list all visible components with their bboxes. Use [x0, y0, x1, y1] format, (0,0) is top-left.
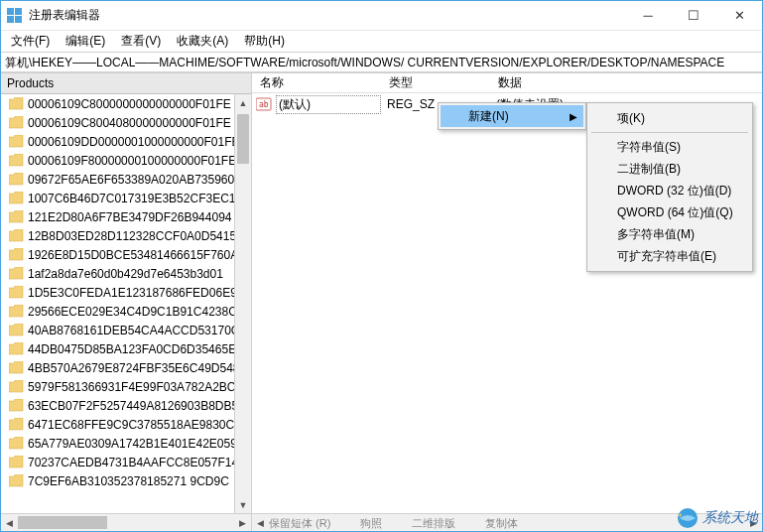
tree-item[interactable]: 70237CAEDB4731B4AAFCC8E057F14 — [1, 453, 251, 471]
tree-item[interactable]: 7C9EF6AB310352378185271 9CD9C — [1, 471, 251, 490]
menubar: 文件(F) 编辑(E) 查看(V) 收藏夹(A) 帮助(H) — [1, 31, 762, 53]
folder-icon — [9, 97, 24, 110]
titlebar: 注册表编辑器 ─ ☐ ✕ — [1, 1, 762, 31]
scroll-right-icon[interactable]: ▶ — [745, 514, 762, 531]
tree-item-label: 00006109F80000000100000000F01FE — [28, 154, 236, 168]
app-icon — [7, 8, 23, 24]
menu-separator — [591, 132, 748, 133]
tree-item-label: 5979F581366931F4E99F03A782A2BC — [28, 380, 236, 394]
scroll-up-icon[interactable]: ▲ — [235, 94, 251, 111]
folder-icon — [9, 229, 24, 242]
tree-item[interactable]: 44DB0475D85BA123FA0CD6D35465E — [1, 339, 251, 358]
folder-icon — [9, 474, 24, 487]
tree-item-label: 1926E8D15D0BCE53481466615F760A — [28, 248, 238, 262]
string-value-icon: ab — [256, 97, 272, 111]
menu-file[interactable]: 文件(F) — [5, 31, 56, 52]
tree-item[interactable]: 40AB8768161DEB54CA4ACCD53170C — [1, 321, 251, 339]
menu-edit[interactable]: 编辑(E) — [60, 31, 111, 52]
tree-item[interactable]: 09672F65AE6F653389A020AB735960 — [1, 170, 251, 189]
submenu-multistring[interactable]: 多字符串值(M) — [589, 223, 750, 245]
tree-item-label: 44DB0475D85BA123FA0CD6D35465E — [28, 342, 236, 356]
folder-icon — [9, 173, 24, 186]
tree-item[interactable]: 6471EC68FFE9C9C3785518AE9830CA — [1, 415, 251, 434]
context-submenu-new: 项(K) 字符串值(S) 二进制值(B) DWORD (32 位)值(D) QW… — [586, 102, 753, 272]
vertical-scrollbar[interactable]: ▲ ▼ — [234, 94, 251, 513]
column-data[interactable]: 数据 — [490, 74, 762, 91]
tree-item[interactable]: 1af2a8da7e60d0b429d7e6453b3d01 — [1, 264, 251, 283]
submenu-binary[interactable]: 二进制值(B) — [589, 158, 750, 180]
sidebar-header[interactable]: Products — [1, 73, 251, 94]
sidebar-hscroll[interactable]: ◀ ▶ — [1, 514, 252, 531]
tree-item-label: 1007C6B46D7C017319E3B52CF3EC1 — [28, 192, 235, 205]
context-menu-new[interactable]: 新建(N) ▶ — [441, 105, 583, 127]
window-title: 注册表编辑器 — [29, 7, 625, 24]
tree-item[interactable]: 00006109F80000000100000000F01FE — [1, 151, 251, 170]
tree-view: 00006109C8000000000000000F01FE00006109C8… — [1, 94, 251, 513]
column-name[interactable]: 名称 — [252, 74, 381, 91]
tree-item[interactable]: 00006109C8004080000000000F01FE — [1, 113, 251, 132]
tree-item[interactable]: 00006109DD0000001000000000F01FE — [1, 132, 251, 151]
menu-help[interactable]: 帮助(H) — [238, 31, 291, 52]
submenu-dword[interactable]: DWORD (32 位)值(D) — [589, 180, 750, 201]
folder-icon — [9, 135, 24, 148]
scroll-left-icon[interactable]: ◀ — [1, 514, 18, 531]
scroll-right-icon[interactable]: ▶ — [234, 514, 251, 531]
submenu-expandstring[interactable]: 可扩充字符串值(E) — [589, 245, 750, 267]
tree-item[interactable]: 63ECB07F2F5257449A8126903B8DB5 — [1, 396, 251, 415]
scroll-thumb[interactable] — [237, 114, 249, 164]
svg-rect-2 — [7, 16, 14, 23]
svg-text:ab: ab — [259, 100, 269, 109]
minimize-button[interactable]: ─ — [625, 1, 671, 31]
column-type[interactable]: 类型 — [381, 74, 490, 91]
menu-view[interactable]: 查看(V) — [115, 31, 167, 52]
tree-item[interactable]: 1D5E3C0FEDA1E123187686FED06E9 — [1, 283, 251, 302]
folder-icon — [9, 305, 24, 318]
folder-icon — [9, 154, 24, 167]
address-bar[interactable]: 算机\HEKEY——LOCAL——MACHIME/SOFTWARE/micros… — [1, 53, 762, 72]
tree-item[interactable]: 1926E8D15D0BCE53481466615F760A — [1, 245, 251, 264]
svg-rect-0 — [7, 8, 14, 15]
tree-item[interactable]: 5979F581366931F4E99F03A782A2BC — [1, 377, 251, 396]
status-fragment-2: 二维排版 — [412, 516, 455, 531]
tree-item-label: 00006109C8004080000000000F01FE — [28, 116, 231, 130]
folder-icon — [9, 456, 24, 468]
folder-icon — [9, 437, 24, 450]
menu-favorites[interactable]: 收藏夹(A) — [171, 31, 234, 52]
tree-item-label: 1D5E3C0FEDA1E123187686FED06E9 — [28, 286, 237, 300]
tree-item-label: 121E2D80A6F7BE3479DF26B944094 — [28, 210, 232, 224]
tree-item[interactable]: 29566ECE029E34C4D9C1B91C4238C — [1, 302, 251, 321]
tree-item[interactable]: 4BB570A2679E8724FBF35E6C49D548 — [1, 358, 251, 377]
maximize-button[interactable]: ☐ — [671, 1, 716, 31]
folder-icon — [9, 361, 24, 374]
folder-icon — [9, 286, 24, 299]
value-name[interactable]: (默认) — [276, 95, 381, 114]
sidebar: Products 00006109C8000000000000000F01FE0… — [1, 73, 252, 513]
column-headers: 名称 类型 数据 — [252, 73, 762, 93]
tree-item[interactable]: 1007C6B46D7C017319E3B52CF3EC1 — [1, 189, 251, 207]
tree-item-label: 7C9EF6AB310352378185271 9CD9C — [28, 474, 229, 488]
submenu-string[interactable]: 字符串值(S) — [589, 136, 750, 158]
context-menu-new-label: 新建(N) — [468, 108, 509, 125]
status-bar-fragment: 保留短体 (R) 狗照 二维排版 复制体 — [269, 515, 518, 531]
status-fragment-1: 狗照 — [360, 516, 382, 531]
folder-icon — [9, 248, 24, 261]
folder-icon — [9, 267, 24, 280]
tree-item[interactable]: 121E2D80A6F7BE3479DF26B944094 — [1, 207, 251, 226]
folder-icon — [9, 192, 24, 204]
svg-rect-1 — [15, 8, 22, 15]
submenu-qword[interactable]: QWORD (64 位)值(Q) — [589, 201, 750, 223]
hscroll-thumb[interactable] — [18, 516, 107, 529]
close-button[interactable]: ✕ — [716, 1, 762, 31]
tree-item-label: 29566ECE029E34C4D9C1B91C4238C — [28, 305, 237, 319]
submenu-key[interactable]: 项(K) — [589, 107, 750, 129]
scroll-down-icon[interactable]: ▼ — [235, 496, 251, 513]
folder-icon — [9, 399, 24, 412]
tree-item-label: 09672F65AE6F653389A020AB735960 — [28, 173, 234, 187]
tree-item[interactable]: 12B8D03ED28D112328CCF0A0D5415 — [1, 226, 251, 245]
scroll-left-icon[interactable]: ◀ — [252, 514, 269, 531]
tree-item[interactable]: 65A779AE0309A1742B1E401E42E059 — [1, 434, 251, 453]
status-fragment-3: 复制体 — [485, 516, 518, 531]
svg-rect-3 — [15, 16, 22, 23]
folder-icon — [9, 418, 24, 431]
tree-item[interactable]: 00006109C8000000000000000F01FE — [1, 94, 251, 113]
